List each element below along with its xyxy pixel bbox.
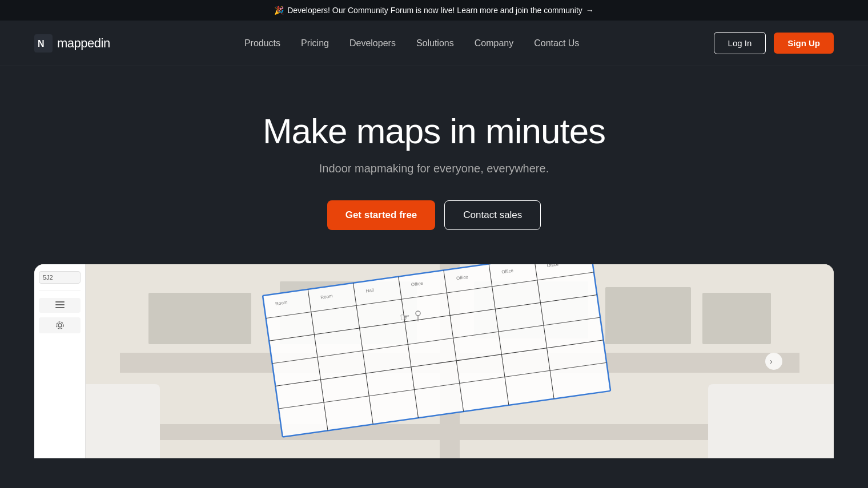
map-preview-section: 5J2: [0, 264, 868, 458]
nav-link-pricing[interactable]: Pricing: [301, 38, 329, 49]
svg-point-5: [58, 324, 62, 327]
announcement-banner: 🎉 Developers! Our Community Forum is now…: [0, 0, 868, 21]
hero-subtitle: Indoor mapmaking for everyone, everywher…: [319, 162, 549, 175]
signup-button[interactable]: Sign Up: [774, 33, 834, 54]
svg-rect-2: [55, 301, 65, 303]
svg-rect-11: [148, 293, 251, 344]
logo-icon: N: [34, 34, 53, 53]
hero-buttons: Get started free Contact sales: [327, 200, 541, 230]
map-sidebar-settings-btn[interactable]: [39, 317, 81, 333]
map-preview-container: 5J2: [34, 264, 834, 458]
login-button[interactable]: Log In: [714, 32, 766, 54]
nav-link-solutions[interactable]: Solutions: [416, 38, 454, 49]
map-sidebar-input[interactable]: 5J2: [39, 271, 81, 284]
svg-rect-10: [120, 424, 799, 440]
svg-point-55: [765, 353, 782, 370]
nav-links: Products Pricing Developers Solutions Co…: [244, 38, 579, 49]
svg-rect-14: [605, 287, 691, 344]
announcement-emoji: 🎉: [274, 6, 284, 15]
hero-section: Make maps in minutes Indoor mapmaking fo…: [0, 66, 868, 264]
svg-rect-3: [55, 304, 65, 305]
hero-title: Make maps in minutes: [263, 112, 605, 151]
svg-rect-4: [55, 307, 65, 308]
nav-actions: Log In Sign Up: [714, 32, 834, 54]
side-panel-right: [708, 384, 834, 458]
map-editor-sidebar: 5J2: [34, 264, 86, 458]
nav-link-developers[interactable]: Developers: [349, 38, 396, 49]
contact-sales-button[interactable]: Contact sales: [444, 200, 541, 230]
announcement-arrow: →: [586, 6, 594, 15]
announcement-link[interactable]: →: [586, 6, 594, 15]
svg-rect-15: [702, 293, 771, 344]
list-icon: [55, 301, 65, 309]
nav-link-products[interactable]: Products: [244, 38, 280, 49]
announcement-text: Developers! Our Community Forum is now l…: [287, 6, 582, 15]
svg-text:›: ›: [770, 357, 773, 366]
nav-link-contact[interactable]: Contact Us: [534, 38, 579, 49]
svg-text:N: N: [38, 39, 45, 49]
logo[interactable]: N mappedin: [34, 34, 110, 53]
map-sidebar-list-btn[interactable]: [39, 298, 81, 313]
nav-link-company[interactable]: Company: [475, 38, 513, 49]
logo-text: mappedin: [57, 36, 110, 51]
navbar: N mappedin Products Pricing Developers S…: [0, 21, 868, 66]
get-started-button[interactable]: Get started free: [327, 200, 436, 230]
settings-icon: [55, 321, 65, 330]
svg-text:☞: ☞: [400, 311, 410, 324]
svg-point-6: [57, 322, 63, 329]
